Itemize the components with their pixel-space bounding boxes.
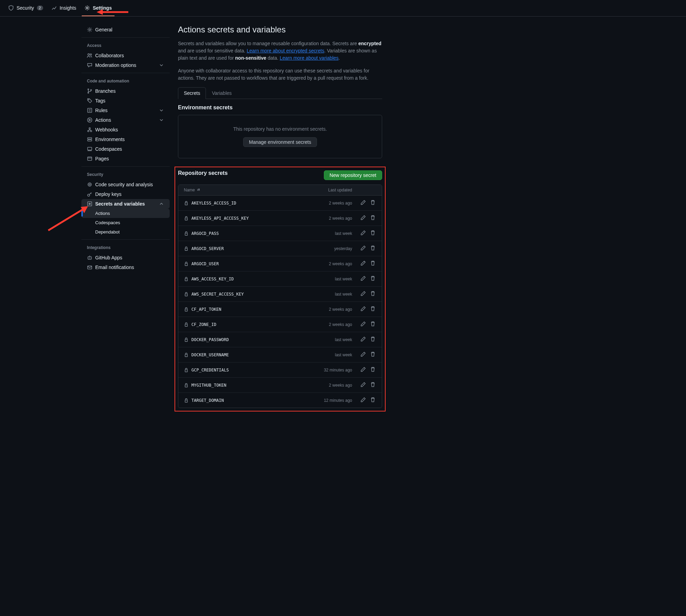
secret-row: ARGOCD_SERVERyesterday — [178, 241, 382, 256]
delete-secret-button[interactable] — [369, 381, 376, 389]
edit-secret-button[interactable] — [360, 396, 367, 404]
delete-secret-button[interactable] — [369, 366, 376, 374]
delete-secret-button[interactable] — [369, 290, 376, 298]
delete-secret-button[interactable] — [369, 396, 376, 404]
column-header-name[interactable]: Name — [184, 188, 311, 192]
sidebar-item-label: Pages — [95, 156, 109, 161]
sidebar-item-label: Secrets and variables — [95, 201, 145, 207]
edit-secret-button[interactable] — [360, 229, 367, 237]
delete-secret-button[interactable] — [369, 351, 376, 359]
sidebar-item-moderation[interactable]: Moderation options — [81, 60, 170, 70]
svg-line-25 — [48, 209, 83, 230]
sidebar-item-label: Actions — [95, 211, 110, 216]
shield-icon — [8, 5, 14, 11]
delete-secret-button[interactable] — [369, 320, 376, 328]
edit-secret-button[interactable] — [360, 305, 367, 313]
delete-secret-button[interactable] — [369, 305, 376, 313]
pencil-icon — [360, 276, 366, 281]
edit-secret-button[interactable] — [360, 366, 367, 374]
branch-icon — [87, 88, 92, 94]
delete-secret-button[interactable] — [369, 245, 376, 252]
edit-secret-button[interactable] — [360, 214, 367, 222]
delete-secret-button[interactable] — [369, 199, 376, 207]
sidebar-item-githubapps[interactable]: GitHub Apps — [81, 253, 170, 262]
secret-name: AWS_SECRET_ACCESS_KEY — [184, 292, 311, 297]
trash-icon — [370, 397, 376, 403]
sidebar-item-label: Moderation options — [95, 62, 136, 68]
edit-secret-button[interactable] — [360, 290, 367, 298]
edit-secret-button[interactable] — [360, 275, 367, 283]
svg-point-6 — [88, 89, 89, 90]
lock-icon — [184, 292, 189, 297]
secrets-variables-tabs: Secrets Variables — [178, 87, 382, 99]
sidebar-item-actions[interactable]: Actions — [81, 115, 170, 125]
page-title: Actions secrets and variables — [178, 25, 382, 34]
tab-insights-label: Insights — [60, 5, 76, 11]
secret-updated: last week — [311, 352, 352, 357]
subtab-variables[interactable]: Variables — [206, 87, 237, 99]
tab-insights[interactable]: Insights — [49, 0, 79, 16]
secret-name: CF_ZONE_ID — [184, 322, 311, 327]
sidebar-subitem-codespaces[interactable]: Codespaces — [81, 218, 170, 227]
trash-icon — [370, 215, 376, 220]
edit-secret-button[interactable] — [360, 245, 367, 252]
link-encrypted-secrets[interactable]: Learn more about encrypted secrets — [247, 48, 324, 53]
link-variables[interactable]: Learn more about variables — [280, 55, 338, 61]
mail-icon — [87, 265, 92, 270]
secret-row: AWS_ACCESS_KEY_IDlast week — [178, 271, 382, 287]
sidebar-item-email[interactable]: Email notifications — [81, 262, 170, 272]
lock-icon — [184, 201, 189, 206]
tab-security[interactable]: Security 2 — [6, 0, 46, 16]
edit-secret-button[interactable] — [360, 320, 367, 328]
sidebar-item-webhooks[interactable]: Webhooks — [81, 125, 170, 135]
delete-secret-button[interactable] — [369, 214, 376, 222]
edit-secret-button[interactable] — [360, 381, 367, 389]
sidebar-item-codespaces[interactable]: Codespaces — [81, 144, 170, 154]
pencil-icon — [360, 351, 366, 357]
chevron-down-icon — [159, 117, 164, 123]
browser-icon — [87, 156, 92, 161]
chevron-down-icon — [159, 62, 164, 68]
sidebar-item-rules[interactable]: Rules — [81, 106, 170, 115]
trash-icon — [370, 230, 376, 236]
secret-row: GCP_CREDENTIALS32 minutes ago — [178, 362, 382, 378]
sidebar-item-branches[interactable]: Branches — [81, 86, 170, 96]
rules-icon — [87, 108, 92, 113]
environment-secrets-empty-text: This repository has no environment secre… — [189, 126, 371, 132]
sidebar-item-general[interactable]: General — [81, 25, 170, 34]
sidebar-item-collaborators[interactable]: Collaborators — [81, 51, 170, 60]
lock-icon — [184, 246, 189, 251]
manage-environment-secrets-button[interactable]: Manage environment secrets — [243, 137, 317, 147]
delete-secret-button[interactable] — [369, 275, 376, 283]
edit-secret-button[interactable] — [360, 199, 367, 207]
edit-secret-button[interactable] — [360, 260, 367, 268]
new-repository-secret-button[interactable]: New repository secret — [324, 170, 382, 180]
server-icon — [87, 137, 92, 142]
sidebar-item-codesecurity[interactable]: Code security and analysis — [81, 180, 170, 189]
sidebar-item-label: Rules — [95, 108, 108, 113]
sidebar-subitem-dependabot[interactable]: Dependabot — [81, 227, 170, 237]
svg-rect-30 — [185, 248, 188, 250]
sidebar-item-deploykeys[interactable]: Deploy keys — [81, 189, 170, 199]
tab-settings[interactable]: Settings — [82, 0, 115, 16]
sidebar-item-label: Environments — [95, 137, 125, 142]
environment-secrets-title: Environment secrets — [178, 105, 382, 111]
svg-rect-39 — [185, 385, 188, 387]
delete-secret-button[interactable] — [369, 229, 376, 237]
comment-icon — [87, 62, 92, 68]
pencil-icon — [360, 367, 366, 372]
chevron-down-icon — [159, 108, 164, 113]
edit-secret-button[interactable] — [360, 351, 367, 359]
sidebar-item-tags[interactable]: Tags — [81, 96, 170, 106]
secret-updated: last week — [311, 337, 352, 342]
sidebar-subitem-actions[interactable]: Actions — [81, 209, 170, 218]
trash-icon — [370, 321, 376, 327]
sidebar-item-pages[interactable]: Pages — [81, 154, 170, 163]
sidebar-item-environments[interactable]: Environments — [81, 135, 170, 144]
edit-secret-button[interactable] — [360, 336, 367, 344]
main-content: Actions secrets and variables Secrets an… — [170, 25, 390, 411]
sidebar-item-secrets-variables[interactable]: Secrets and variables — [81, 199, 170, 209]
delete-secret-button[interactable] — [369, 260, 376, 268]
delete-secret-button[interactable] — [369, 336, 376, 344]
subtab-secrets[interactable]: Secrets — [178, 87, 206, 99]
